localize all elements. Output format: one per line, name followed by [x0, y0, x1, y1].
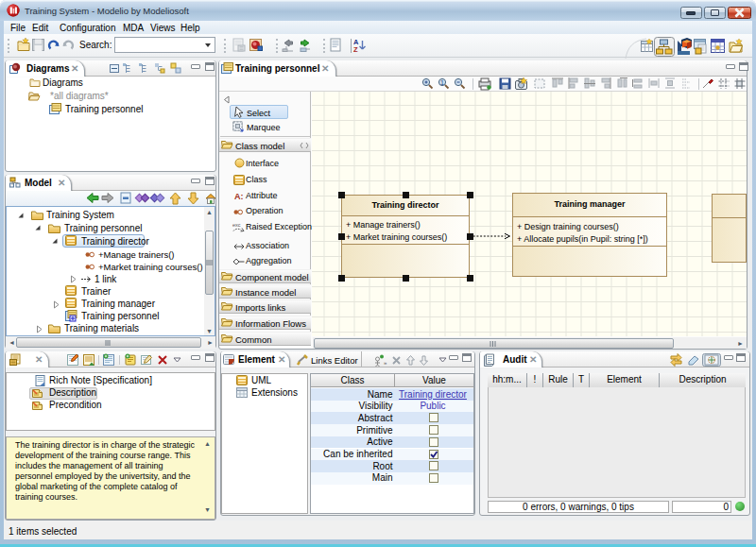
svg-text:»: »: [384, 360, 387, 366]
svg-text:Z: Z: [353, 45, 358, 54]
svg-text:1: 1: [440, 79, 444, 86]
svg-text:exc: exc: [232, 222, 241, 228]
